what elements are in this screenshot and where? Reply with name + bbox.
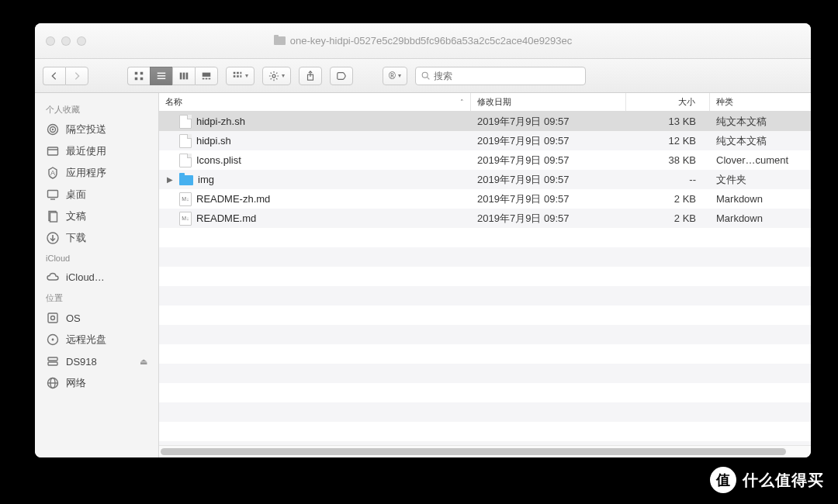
column-view-button[interactable]: [172, 67, 195, 85]
sidebar-item-label: 下载: [66, 231, 86, 245]
watermark: 值 什么值得买: [710, 467, 824, 493]
table-row[interactable]: ▶ img 2019年7月9日 09:57 -- 文件夹: [159, 170, 811, 189]
gallery-view-button[interactable]: [195, 67, 218, 85]
cell-size: --: [626, 174, 710, 185]
cell-size: 13 KB: [626, 116, 710, 127]
arrange-button[interactable]: ▾: [226, 67, 255, 85]
sidebar-item[interactable]: DS918⏏: [35, 350, 158, 372]
svg-rect-9: [186, 72, 189, 79]
share-button[interactable]: [299, 67, 322, 85]
svg-rect-36: [48, 147, 58, 155]
sidebar-item-label: 隔空投送: [66, 123, 106, 136]
svg-point-31: [422, 72, 428, 78]
cell-size: 2 KB: [626, 193, 710, 205]
column-date[interactable]: 修改日期: [471, 93, 626, 111]
empty-row: [159, 286, 811, 306]
sidebar-item-label: DS918: [66, 356, 97, 368]
column-name[interactable]: 名称 ˄: [159, 93, 471, 111]
sidebar[interactable]: 个人收藏隔空投送最近使用A应用程序桌面文稿下载iCloudiCloud…位置OS…: [35, 93, 159, 457]
sidebar-item[interactable]: 文稿: [35, 205, 158, 227]
grid-icon: [133, 71, 144, 81]
close-button[interactable]: [46, 36, 55, 46]
cell-name: hidpi-zh.sh: [159, 115, 471, 129]
file-name: Icons.plist: [196, 154, 241, 166]
downloads-icon: [46, 231, 60, 245]
svg-text:A: A: [50, 169, 55, 177]
svg-point-35: [52, 129, 54, 130]
sidebar-item[interactable]: 隔空投送: [35, 119, 158, 140]
search-field[interactable]: [415, 67, 586, 85]
eject-icon[interactable]: ⏏: [140, 357, 147, 367]
svg-rect-8: [183, 72, 185, 79]
svg-rect-6: [158, 78, 166, 78]
empty-row: [159, 422, 811, 441]
cell-kind: 纯文本文稿: [710, 134, 811, 148]
back-button[interactable]: [43, 67, 65, 85]
minimize-button[interactable]: [61, 36, 71, 46]
cell-date: 2019年7月9日 09:57: [471, 192, 626, 206]
rows: hidpi-zh.sh 2019年7月9日 09:57 13 KB 纯文本文稿 …: [159, 112, 811, 445]
svg-line-28: [276, 72, 277, 73]
markdown-icon: M↓: [179, 212, 192, 226]
empty-row: [159, 383, 811, 402]
registered-icon: ®: [389, 71, 396, 81]
svg-rect-49: [48, 357, 57, 361]
forward-button[interactable]: [65, 67, 88, 85]
svg-rect-42: [50, 212, 57, 222]
column-kind[interactable]: 种类: [710, 93, 811, 111]
horizontal-scrollbar[interactable]: [159, 445, 811, 457]
svg-rect-3: [140, 77, 144, 80]
cell-date: 2019年7月9日 09:57: [471, 212, 626, 226]
sidebar-item[interactable]: 最近使用: [35, 140, 158, 162]
svg-rect-50: [48, 362, 57, 365]
column-size[interactable]: 大小: [626, 93, 710, 111]
window-title-text: one-key-hidpi-0527e5c29bbd5fc96b6a53a2c5…: [290, 35, 573, 47]
action-button[interactable]: ▾: [262, 67, 291, 85]
nas-icon: [46, 354, 60, 368]
desktop-icon: [46, 188, 60, 202]
search-input[interactable]: [434, 71, 580, 81]
sidebar-item[interactable]: OS: [35, 307, 158, 329]
empty-row: [159, 402, 811, 422]
chevron-down-icon: ▾: [282, 72, 285, 79]
cell-date: 2019年7月9日 09:57: [471, 115, 626, 129]
scrollbar-thumb[interactable]: [161, 448, 786, 455]
sidebar-item-label: 最近使用: [66, 144, 106, 158]
sidebar-item[interactable]: 下载: [35, 227, 158, 249]
sidebar-item[interactable]: 网络: [35, 372, 158, 394]
table-row[interactable]: M↓ README-zh.md 2019年7月9日 09:57 2 KB Mar…: [159, 189, 811, 209]
sidebar-item[interactable]: 远程光盘: [35, 329, 158, 350]
cell-name: hidpi.sh: [159, 134, 471, 148]
empty-row: [159, 325, 811, 344]
window-controls: [35, 36, 86, 46]
zoom-button[interactable]: [77, 36, 86, 46]
sidebar-section-header: 位置: [35, 288, 158, 307]
icloud-icon: [46, 270, 60, 284]
sidebar-item[interactable]: iCloud…: [35, 266, 158, 288]
columns-icon: [178, 71, 189, 81]
registered-button[interactable]: ® ▾: [383, 67, 407, 85]
table-row[interactable]: hidpi.sh 2019年7月9日 09:57 12 KB 纯文本文稿: [159, 131, 811, 150]
cell-name: M↓ README.md: [159, 212, 471, 226]
svg-line-25: [271, 72, 272, 73]
sidebar-item-label: 文稿: [66, 209, 86, 223]
markdown-icon: M↓: [179, 192, 192, 206]
table-row[interactable]: M↓ README.md 2019年7月9日 09:57 2 KB Markdo…: [159, 209, 811, 228]
list-view-button[interactable]: [150, 67, 172, 85]
table-row[interactable]: hidpi-zh.sh 2019年7月9日 09:57 13 KB 纯文本文稿: [159, 112, 811, 131]
tags-button[interactable]: [330, 67, 353, 85]
svg-rect-14: [234, 71, 236, 74]
cell-kind: 纯文本文稿: [710, 115, 811, 129]
table-row[interactable]: Icons.plist 2019年7月9日 09:57 38 KB Clover…: [159, 150, 811, 170]
svg-line-32: [427, 77, 429, 79]
finder-window: one-key-hidpi-0527e5c29bbd5fc96b6a53a2c5…: [35, 23, 811, 457]
svg-rect-4: [158, 72, 166, 73]
svg-rect-16: [241, 71, 242, 74]
disclosure-triangle[interactable]: ▶: [165, 175, 175, 184]
column-date-label: 修改日期: [477, 96, 511, 108]
file-name: img: [198, 174, 214, 185]
sidebar-item[interactable]: 桌面: [35, 184, 158, 205]
sidebar-item[interactable]: A应用程序: [35, 162, 158, 184]
icon-view-button[interactable]: [127, 67, 150, 85]
toolbar: ▾ ▾ ® ▾: [35, 59, 811, 93]
